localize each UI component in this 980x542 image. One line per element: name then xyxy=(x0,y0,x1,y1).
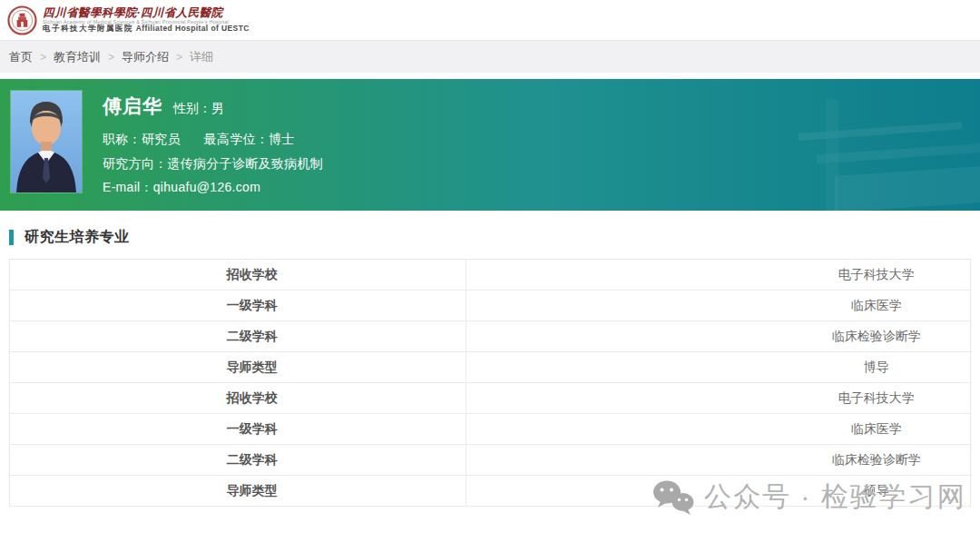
breadcrumb-separator: > xyxy=(176,51,182,64)
degree-label: 最高学位： xyxy=(204,132,270,146)
logo-subtitle-en: Affiliated Hospital of UESTC xyxy=(136,24,250,33)
logo-subtitle-cn: 电子科技大学附属医院 xyxy=(43,24,133,33)
logo-subtitle: 电子科技大学附属医院 Affiliated Hospital of UESTC xyxy=(43,25,250,34)
breadcrumb-separator: > xyxy=(40,51,46,64)
table-row: 招收学校 电子科技大学 xyxy=(10,260,970,291)
table-row: 一级学科 临床医学 xyxy=(10,414,970,445)
breadcrumb-detail: 详细 xyxy=(190,49,213,65)
research-label: 研究方向： xyxy=(103,156,168,171)
gender-label: 性别： xyxy=(173,101,211,115)
gender-value: 男 xyxy=(211,101,224,115)
row-label: 导师类型 xyxy=(10,352,466,382)
profile-name: 傅启华 xyxy=(103,94,162,119)
breadcrumb-home[interactable]: 首页 xyxy=(9,49,33,65)
profile-name-row: 傅启华 性别：男 xyxy=(103,94,323,119)
breadcrumb-mentors[interactable]: 导师介绍 xyxy=(122,49,169,65)
hospital-logo[interactable]: 四川省醫學科學院·四川省人民醫院 Sichuan Academy of Medi… xyxy=(7,5,250,35)
breadcrumb-education[interactable]: 教育培训 xyxy=(54,49,101,65)
profile-info: 傅启华 性别：男 职称：研究员最高学位：博士 研究方向：遗传病分子诊断及致病机制… xyxy=(103,94,323,204)
logo-title-cn: 四川省醫學科學院·四川省人民醫院 xyxy=(43,6,250,19)
email-value: qihuafu@126.com xyxy=(153,180,260,194)
table-row: 招收学校 电子科技大学 xyxy=(10,383,970,414)
row-label: 二级学科 xyxy=(10,321,466,351)
profile-title-degree-row: 职称：研究员最高学位：博士 xyxy=(103,132,323,148)
table-row: 一级学科 临床医学 xyxy=(10,291,970,321)
table-row: 二级学科 临床检验诊断学 xyxy=(10,321,970,352)
title-label: 职称： xyxy=(103,132,142,146)
table-row: 导师类型 硕导 xyxy=(10,476,970,507)
portrait-image xyxy=(11,91,82,192)
training-programs-table: 招收学校 电子科技大学 一级学科 临床医学 二级学科 临床检验诊断学 导师类型 … xyxy=(9,259,971,507)
profile-email-row: E-mail：qihuafu@126.com xyxy=(103,180,323,196)
main-content: 研究生培养专业 招收学校 电子科技大学 一级学科 临床医学 二级学科 临床检验诊… xyxy=(0,229,980,507)
page: 四川省醫學科學院·四川省人民醫院 Sichuan Academy of Medi… xyxy=(0,0,980,542)
row-value: 临床医学 xyxy=(466,414,970,444)
row-value: 临床检验诊断学 xyxy=(466,445,970,475)
banner-background-art xyxy=(744,79,980,211)
title-value: 研究员 xyxy=(142,132,181,146)
row-value: 博导 xyxy=(466,352,970,382)
profile-banner: 傅启华 性别：男 职称：研究员最高学位：博士 研究方向：遗传病分子诊断及致病机制… xyxy=(0,79,980,211)
research-value: 遗传病分子诊断及致病机制 xyxy=(168,156,324,171)
row-value: 电子科技大学 xyxy=(466,383,970,413)
profile-photo xyxy=(11,91,82,192)
profile-gender: 性别：男 xyxy=(173,101,224,117)
row-label: 二级学科 xyxy=(10,445,466,475)
row-value: 电子科技大学 xyxy=(466,260,970,290)
profile-research-row: 研究方向：遗传病分子诊断及致病机制 xyxy=(103,156,323,172)
logo-text: 四川省醫學科學院·四川省人民醫院 Sichuan Academy of Medi… xyxy=(43,6,250,34)
row-label: 一级学科 xyxy=(10,291,466,320)
breadcrumb: 首页 > 教育培训 > 导师介绍 > 详细 xyxy=(0,40,980,73)
row-value: 临床医学 xyxy=(466,291,970,320)
degree-value: 博士 xyxy=(269,132,295,146)
row-label: 招收学校 xyxy=(10,260,466,290)
hospital-emblem-icon xyxy=(7,5,37,35)
row-label: 招收学校 xyxy=(10,383,466,413)
row-label: 导师类型 xyxy=(10,476,466,506)
section-title-row: 研究生培养专业 xyxy=(9,229,971,245)
table-row: 导师类型 博导 xyxy=(10,352,970,383)
table-row: 二级学科 临床检验诊断学 xyxy=(10,445,970,476)
email-label: E-mail： xyxy=(103,180,153,194)
row-value: 硕导 xyxy=(466,476,970,506)
row-label: 一级学科 xyxy=(10,414,466,444)
breadcrumb-separator: > xyxy=(108,51,114,64)
section-title: 研究生培养专业 xyxy=(24,228,130,247)
row-value: 临床检验诊断学 xyxy=(466,321,970,351)
site-header: 四川省醫學科學院·四川省人民醫院 Sichuan Academy of Medi… xyxy=(0,0,980,40)
section-tick-bar xyxy=(9,230,14,245)
